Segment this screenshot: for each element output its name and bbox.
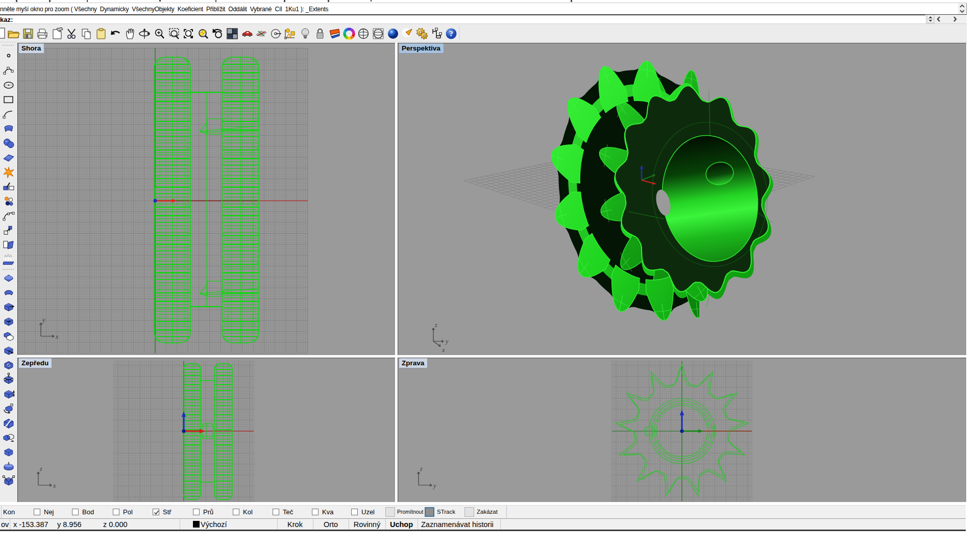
svg-text:y: y	[445, 338, 449, 345]
svg-text:z: z	[39, 465, 42, 472]
svg-text:x: x	[53, 482, 56, 489]
svg-text:?: ?	[449, 30, 453, 38]
svg-text:y: y	[433, 482, 436, 489]
svg-text:x: x	[442, 346, 445, 354]
svg-text:y: y	[42, 316, 45, 323]
svg-text:z: z	[434, 321, 437, 329]
svg-text:z: z	[420, 465, 423, 472]
svg-text:x: x	[55, 333, 59, 340]
